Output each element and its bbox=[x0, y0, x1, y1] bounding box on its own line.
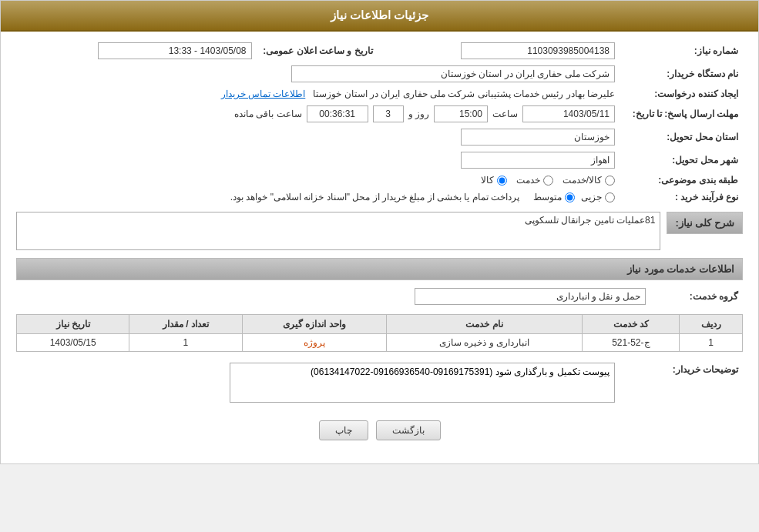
purchase-type-label: نوع فرآیند خرید : bbox=[620, 189, 743, 206]
buyer-desc-table: توضیحات خریدار: document.querySelector('… bbox=[16, 360, 743, 408]
general-desc-value-wrapper: 81عملیات تامین جرانقال تلسکوپی bbox=[16, 212, 660, 250]
contact-link[interactable]: اطلاعات تماس خریدار bbox=[221, 89, 306, 99]
category-label-kala-khadamat: کالا/خدمت bbox=[563, 175, 602, 186]
deadline-inputs: 1403/05/11 ساعت 15:00 روز و 3 00:36:31 س… bbox=[21, 105, 615, 122]
announcement-field: 1403/05/08 - 13:33 bbox=[98, 42, 252, 59]
service-group-field: حمل و نقل و انبارداری bbox=[415, 288, 646, 305]
row-number-1: 1 bbox=[680, 334, 743, 352]
col-header-qty: تعداد / مقدار bbox=[129, 315, 242, 334]
category-options: کالا/خدمت خدمت کالا bbox=[16, 172, 620, 189]
purchase-type-label-jozi: جزیی bbox=[581, 192, 602, 202]
col-header-row: ردیف bbox=[680, 315, 743, 334]
general-desc-section: شرح کلی نیاز: 81عملیات تامین جرانقال تلس… bbox=[16, 212, 743, 250]
col-header-code: کد خدمت bbox=[583, 315, 680, 334]
service-group-table: گروه خدمت: حمل و نقل و انبارداری bbox=[16, 285, 743, 308]
services-table-body: 1 ج-52-521 انبارداری و ذخیره سازی پروژه … bbox=[17, 334, 743, 352]
services-table-header-row: ردیف کد خدمت نام خدمت واحد اندازه گیری ت… bbox=[17, 315, 743, 334]
buyer-desc-value: document.querySelector('[data-name="buye… bbox=[16, 360, 620, 408]
requester-row: ایجاد کننده درخواست: علیرضا بهادر رئیس خ… bbox=[16, 85, 743, 102]
general-desc-field: 81عملیات تامین جرانقال تلسکوپی bbox=[16, 212, 660, 250]
deadline-value: 1403/05/11 ساعت 15:00 روز و 3 00:36:31 س… bbox=[16, 102, 620, 125]
category-row: طبقه بندی موضوعی: کالا/خدمت خدمت bbox=[16, 172, 743, 189]
buyer-org-label: نام دستگاه خریدار: bbox=[620, 62, 743, 85]
general-desc-label: شرح کلی نیاز: bbox=[675, 217, 734, 229]
row-date-1: 1403/05/15 bbox=[17, 334, 129, 352]
print-button[interactable]: چاپ bbox=[319, 420, 368, 440]
need-number-row: شماره نیاز: 1103093985004138 تاریخ و ساع… bbox=[16, 39, 743, 62]
announcement-value: 1403/05/08 - 13:33 bbox=[16, 39, 257, 62]
purchase-type-value: جزیی متوسط پرداخت تمام یا بخشی از مبلغ خ… bbox=[16, 189, 620, 206]
purchase-type-note: پرداخت تمام یا بخشی از مبلغ خریدار از مح… bbox=[230, 192, 519, 202]
deadline-time-label: ساعت bbox=[492, 109, 518, 119]
category-option-kala: کالا bbox=[481, 175, 507, 186]
back-button[interactable]: بازگشت bbox=[376, 420, 441, 440]
deadline-label: مهلت ارسال پاسخ: تا تاریخ: bbox=[620, 102, 743, 125]
main-content: شماره نیاز: 1103093985004138 تاریخ و ساع… bbox=[1, 32, 758, 448]
col-header-name: نام خدمت bbox=[386, 315, 582, 334]
basic-info-table: شماره نیاز: 1103093985004138 تاریخ و ساع… bbox=[16, 39, 743, 206]
page-title: جزئیات اطلاعات نیاز bbox=[331, 8, 428, 22]
deadline-date-field: 1403/05/11 bbox=[522, 105, 615, 122]
row-unit-link-1[interactable]: پروژه bbox=[304, 337, 325, 348]
requester-label: ایجاد کننده درخواست: bbox=[620, 85, 743, 102]
city-field: اهواز bbox=[461, 152, 615, 169]
deadline-days-label: روز و bbox=[408, 109, 429, 119]
category-option-kala-khadamat: کالا/خدمت bbox=[563, 175, 615, 186]
table-row: 1 ج-52-521 انبارداری و ذخیره سازی پروژه … bbox=[17, 334, 743, 352]
city-value: اهواز bbox=[16, 149, 620, 172]
buyer-desc-label: توضیحات خریدار: bbox=[620, 360, 743, 408]
purchase-type-radio-mottavaset[interactable] bbox=[565, 192, 575, 202]
purchase-type-row: نوع فرآیند خرید : جزیی متوسط پرداخت تمام… bbox=[16, 189, 743, 206]
buttons-row: بازگشت چاپ bbox=[16, 420, 743, 440]
need-number-value: 1103093985004138 bbox=[380, 39, 620, 62]
buyer-org-field: شرکت ملی حفاری ایران در استان خوزستان bbox=[291, 65, 615, 82]
service-group-label: گروه خدمت: bbox=[650, 285, 743, 308]
col-header-unit: واحد اندازه گیری bbox=[242, 315, 386, 334]
deadline-time-field: 15:00 bbox=[434, 105, 488, 122]
province-field: خوزستان bbox=[461, 129, 615, 146]
row-code-1: ج-52-521 bbox=[583, 334, 680, 352]
page-header: جزئیات اطلاعات نیاز bbox=[1, 1, 758, 32]
row-unit-1: پروژه bbox=[242, 334, 386, 352]
deadline-remaining-field: 00:36:31 bbox=[307, 105, 368, 122]
row-qty-1: 1 bbox=[129, 334, 242, 352]
services-table-head: ردیف کد خدمت نام خدمت واحد اندازه گیری ت… bbox=[17, 315, 743, 334]
purchase-type-option-jozi: جزیی bbox=[581, 192, 615, 202]
buyer-org-value: شرکت ملی حفاری ایران در استان خوزستان bbox=[16, 62, 620, 85]
province-row: استان محل تحویل: خوزستان bbox=[16, 125, 743, 149]
deadline-row: مهلت ارسال پاسخ: تا تاریخ: 1403/05/11 سا… bbox=[16, 102, 743, 125]
category-option-khadamat: خدمت bbox=[516, 175, 553, 186]
requester-text: علیرضا بهادر رئیس خدمات پشتیبانی شرکت مل… bbox=[313, 89, 615, 99]
city-row: شهر محل تحویل: اهواز bbox=[16, 149, 743, 172]
need-number-field: 1103093985004138 bbox=[461, 42, 615, 59]
need-number-label: شماره نیاز: bbox=[620, 39, 743, 62]
city-label: شهر محل تحویل: bbox=[620, 149, 743, 172]
purchase-type-radio-jozi[interactable] bbox=[605, 192, 615, 202]
buyer-desc-field[interactable] bbox=[230, 363, 615, 403]
province-label: استان محل تحویل: bbox=[620, 125, 743, 149]
category-label: طبقه بندی موضوعی: bbox=[620, 172, 743, 189]
general-desc-section-header: شرح کلی نیاز: bbox=[667, 212, 743, 234]
purchase-type-options: جزیی متوسط پرداخت تمام یا بخشی از مبلغ خ… bbox=[21, 192, 615, 202]
service-group-row: گروه خدمت: حمل و نقل و انبارداری bbox=[16, 285, 743, 308]
province-value: خوزستان bbox=[16, 125, 620, 149]
buyer-desc-row: توضیحات خریدار: document.querySelector('… bbox=[16, 360, 743, 408]
row-name-1: انبارداری و ذخیره سازی bbox=[386, 334, 582, 352]
purchase-type-label-mottavaset: متوسط bbox=[533, 192, 562, 202]
services-info-label: اطلاعات خدمات مورد نیاز bbox=[627, 263, 734, 275]
page-wrapper: جزئیات اطلاعات نیاز شماره نیاز: 11030939… bbox=[0, 0, 759, 464]
deadline-remaining-label: ساعت باقی مانده bbox=[234, 109, 302, 119]
category-radio-kala-khadamat[interactable] bbox=[605, 176, 615, 186]
col-header-date: تاریخ نیاز bbox=[17, 315, 129, 334]
services-table-section: ردیف کد خدمت نام خدمت واحد اندازه گیری ت… bbox=[16, 314, 743, 352]
category-radio-group: کالا/خدمت خدمت کالا bbox=[21, 175, 615, 186]
requester-value: علیرضا بهادر رئیس خدمات پشتیبانی شرکت مل… bbox=[16, 85, 620, 102]
service-group-value: حمل و نقل و انبارداری bbox=[16, 285, 650, 308]
services-table: ردیف کد خدمت نام خدمت واحد اندازه گیری ت… bbox=[16, 314, 743, 352]
announcement-label: تاریخ و ساعت اعلان عمومی: bbox=[257, 39, 380, 62]
category-radio-kala[interactable] bbox=[497, 176, 507, 186]
deadline-days-field: 3 bbox=[373, 105, 404, 122]
category-label-khadamat: خدمت bbox=[516, 175, 540, 186]
category-radio-khadamat[interactable] bbox=[543, 176, 553, 186]
purchase-type-option-mottavaset: متوسط bbox=[533, 192, 575, 202]
